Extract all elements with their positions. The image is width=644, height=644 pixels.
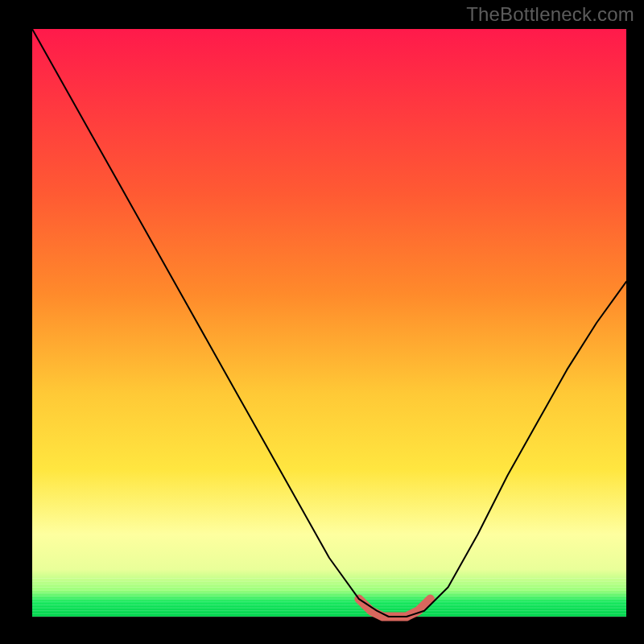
plot-background (32, 29, 626, 617)
watermark-label: TheBottleneck.com (466, 3, 634, 26)
chart-frame: TheBottleneck.com (0, 0, 644, 644)
chart-svg (0, 0, 644, 644)
